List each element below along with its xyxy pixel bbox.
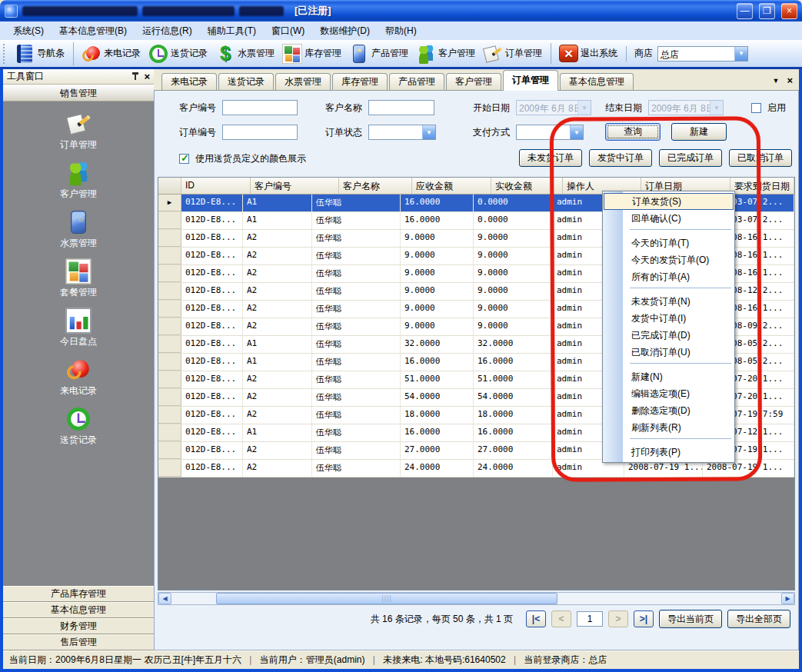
row-selector[interactable] (158, 389, 181, 406)
sidebar-item[interactable]: 送货记录 (3, 406, 154, 455)
scroll-left-arrow-icon[interactable]: ◀ (158, 593, 171, 604)
sidebar-item[interactable]: 订单管理 (3, 111, 154, 160)
column-header[interactable]: ID (181, 178, 251, 194)
tab[interactable]: 产品管理 (389, 73, 444, 90)
row-selector[interactable] (158, 371, 181, 388)
column-header[interactable]: 实收金额 (491, 178, 563, 194)
menu-item[interactable]: 系统(S) (6, 23, 51, 39)
tab[interactable]: 来电记录 (161, 73, 217, 90)
end-date-picker[interactable]: 2009年 6月 8日 ▼ (648, 100, 724, 115)
context-menu-item[interactable] (604, 363, 734, 368)
row-selector[interactable] (158, 318, 181, 335)
order-status-filter-button[interactable]: 未发货订单 (519, 149, 582, 167)
row-selector[interactable] (158, 336, 181, 353)
start-date-picker[interactable]: 2009年 6月 8日 ▼ (516, 100, 591, 115)
sidebar-item[interactable]: 水票管理 (3, 209, 154, 258)
context-menu-item[interactable] (604, 229, 734, 235)
column-header[interactable]: 客户名称 (339, 178, 412, 194)
toolbar-button[interactable]: 水票管理 (211, 42, 278, 65)
sidebar-category-button[interactable]: 售后管理 (3, 634, 154, 650)
row-selector[interactable] (158, 442, 181, 459)
toolbar-button[interactable]: 导航条 (11, 42, 68, 65)
enable-checkbox[interactable] (751, 103, 761, 113)
context-menu-item[interactable]: 已完成订单(D) (604, 327, 734, 344)
export-all-pages-button[interactable]: 导出全部页 (727, 610, 790, 628)
row-selector[interactable] (158, 424, 181, 441)
scroll-right-arrow-icon[interactable]: ▶ (781, 593, 794, 604)
menu-item[interactable]: 帮助(H) (378, 23, 424, 39)
query-button[interactable]: 查询 (605, 123, 661, 141)
menu-item[interactable]: 运行信息(R) (135, 23, 199, 39)
color-display-checkbox[interactable] (179, 154, 189, 164)
column-header[interactable]: 应收金额 (412, 178, 491, 194)
toolbar-button[interactable]: 订单管理 (479, 42, 546, 65)
sidebar-item[interactable]: 客户管理 (3, 160, 154, 209)
toolbar-button[interactable]: 来电记录 (73, 42, 145, 65)
export-current-page-button[interactable]: 导出当前页 (659, 610, 722, 628)
column-header[interactable]: 要求到货日期 (730, 178, 794, 194)
scrollbar-thumb[interactable] (216, 593, 557, 604)
context-menu-item[interactable]: 所有的订单(A) (604, 268, 734, 285)
chevron-down-icon[interactable]: ▼ (422, 125, 435, 139)
scrollbar-track[interactable] (171, 593, 781, 604)
context-menu-item[interactable]: 未发货订单(N) (604, 293, 734, 310)
context-menu-item[interactable] (604, 438, 734, 444)
toolbar-button[interactable]: 客户管理 (412, 42, 479, 65)
context-menu-item[interactable] (604, 288, 734, 293)
tab[interactable]: 订单管理 (503, 70, 558, 91)
toolbar-grip[interactable] (3, 44, 8, 64)
menu-item[interactable]: 辅助工具(T) (201, 23, 263, 39)
customer-name-input[interactable] (368, 100, 434, 115)
tab[interactable]: 水票管理 (275, 73, 331, 90)
order-status-filter-button[interactable]: 已取消订单 (729, 149, 792, 167)
close-icon[interactable]: × (144, 72, 150, 82)
context-menu-item[interactable]: 打印列表(P) (604, 444, 734, 461)
close-button[interactable]: × (781, 3, 797, 19)
menu-item[interactable]: 窗口(W) (265, 23, 311, 39)
order-code-input[interactable] (222, 125, 298, 140)
sidebar-category-button[interactable]: 产品库存管理 (3, 586, 154, 602)
row-selector[interactable] (158, 407, 181, 424)
order-status-select[interactable]: ▼ (368, 125, 436, 140)
order-status-filter-button[interactable]: 发货中订单 (589, 149, 652, 167)
close-icon[interactable]: × (787, 75, 793, 85)
page-number-input[interactable] (577, 611, 603, 627)
context-menu-item[interactable]: 订单发货(S) (604, 193, 734, 210)
row-selector[interactable] (158, 301, 181, 318)
customer-code-input[interactable] (222, 100, 298, 115)
row-selector[interactable] (158, 212, 181, 229)
row-selector[interactable] (158, 230, 181, 247)
row-selector[interactable] (158, 265, 181, 282)
pay-method-select[interactable]: ▼ (516, 125, 584, 140)
tab[interactable]: 基本信息管理 (560, 73, 634, 90)
sidebar-category-button[interactable]: 基本信息管理 (3, 602, 154, 618)
context-menu-item[interactable]: 新建(N) (604, 368, 734, 385)
toolbar-button[interactable]: 送货记录 (145, 42, 211, 65)
row-selector[interactable] (158, 283, 181, 300)
maximize-button[interactable]: ❐ (759, 3, 775, 19)
context-menu-item[interactable]: 刷新列表(R) (604, 419, 734, 436)
menu-item[interactable]: 数据维护(D) (313, 23, 377, 39)
toolbar-button[interactable]: 库存管理 (278, 42, 345, 65)
order-status-filter-button[interactable]: 已完成订单 (659, 149, 722, 167)
context-menu-item[interactable]: 今天的订单(T) (604, 235, 734, 251)
first-page-button[interactable]: |< (526, 610, 546, 627)
chevron-down-icon[interactable]: ▼ (570, 125, 583, 139)
prev-page-button[interactable]: < (551, 610, 571, 627)
sidebar-item[interactable]: 套餐管理 (3, 258, 154, 308)
context-menu-item[interactable]: 发货中订单(I) (604, 310, 734, 327)
row-selector[interactable] (158, 460, 181, 477)
tab[interactable]: 客户管理 (446, 73, 501, 90)
row-selector[interactable] (158, 248, 181, 264)
toolbar-button[interactable]: 退出系统 (551, 43, 621, 64)
toolbar-button[interactable]: 产品管理 (345, 42, 412, 65)
sidebar-category-button[interactable]: 财务管理 (3, 618, 154, 634)
context-menu-item[interactable]: 删除选定项(D) (604, 402, 734, 419)
column-header[interactable]: 客户编号 (251, 178, 339, 194)
last-page-button[interactable]: >| (634, 610, 654, 627)
minimize-button[interactable]: — (737, 3, 753, 19)
next-page-button[interactable]: > (608, 610, 628, 627)
shop-select[interactable]: 总店 ▼ (657, 46, 748, 62)
row-selector[interactable]: ▶ (158, 195, 181, 211)
menu-item[interactable]: 基本信息管理(B) (52, 23, 134, 39)
